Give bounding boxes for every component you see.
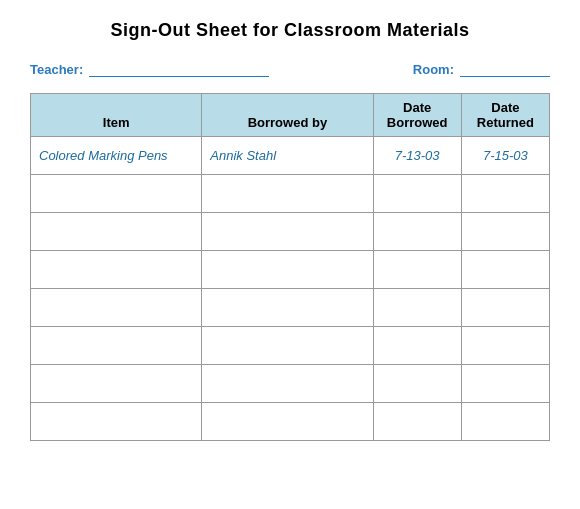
cell-borrowed_by-2 [202,213,373,251]
cell-item-5 [31,327,202,365]
table-row [31,175,550,213]
page-title: Sign-Out Sheet for Classroom Materials [30,20,550,41]
cell-date_returned-6 [461,365,549,403]
cell-date_returned-1 [461,175,549,213]
cell-date_borrowed-6 [373,365,461,403]
cell-date_borrowed-4 [373,289,461,327]
cell-borrowed_by-7 [202,403,373,441]
cell-date_borrowed-2 [373,213,461,251]
cell-item-7 [31,403,202,441]
cell-borrowed_by-1 [202,175,373,213]
teacher-input-line[interactable] [89,59,269,77]
col-header-item: Item [31,94,202,137]
cell-item-2 [31,213,202,251]
cell-date_borrowed-7 [373,403,461,441]
teacher-field-group: Teacher: [30,59,269,77]
room-label: Room: [413,62,454,77]
table-row [31,213,550,251]
cell-date_borrowed-1 [373,175,461,213]
cell-item-6 [31,365,202,403]
table-row [31,403,550,441]
cell-item-4 [31,289,202,327]
cell-date_borrowed-0: 7-13-03 [373,137,461,175]
cell-item-3 [31,251,202,289]
cell-date_returned-3 [461,251,549,289]
cell-date_returned-4 [461,289,549,327]
cell-borrowed_by-5 [202,327,373,365]
cell-borrowed_by-0: Annik Stahl [202,137,373,175]
cell-item-1 [31,175,202,213]
cell-date_returned-7 [461,403,549,441]
table-row: Colored Marking PensAnnik Stahl7-13-037-… [31,137,550,175]
col-header-date-returned: Date Returned [461,94,549,137]
cell-borrowed_by-6 [202,365,373,403]
col-header-borrowed-by: Borrowed by [202,94,373,137]
form-fields: Teacher: Room: [30,59,550,77]
cell-date_returned-2 [461,213,549,251]
cell-date_returned-0: 7-15-03 [461,137,549,175]
cell-borrowed_by-3 [202,251,373,289]
cell-date_returned-5 [461,327,549,365]
table-row [31,365,550,403]
sign-out-table: Item Borrowed by Date Borrowed Date Retu… [30,93,550,441]
cell-date_borrowed-5 [373,327,461,365]
col-header-date-borrowed: Date Borrowed [373,94,461,137]
teacher-label: Teacher: [30,62,83,77]
table-row [31,327,550,365]
room-input-line[interactable] [460,59,550,77]
table-row [31,251,550,289]
cell-date_borrowed-3 [373,251,461,289]
cell-item-0: Colored Marking Pens [31,137,202,175]
cell-borrowed_by-4 [202,289,373,327]
room-field-group: Room: [413,59,550,77]
table-row [31,289,550,327]
